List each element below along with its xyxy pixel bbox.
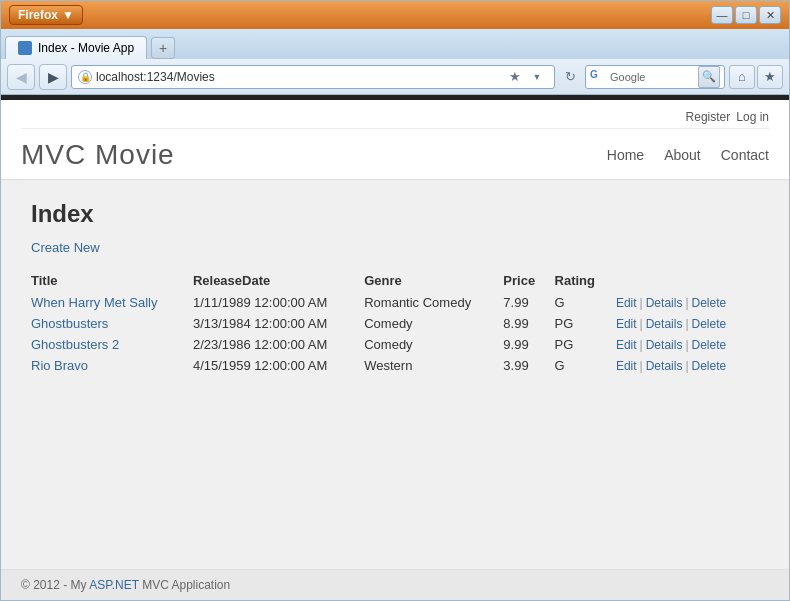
site-title: MVC Movie xyxy=(21,139,175,171)
firefox-label: Firefox xyxy=(18,8,58,22)
details-link-0[interactable]: Details xyxy=(646,296,683,310)
cell-actions-1: Edit | Details | Delete xyxy=(616,313,759,334)
register-link[interactable]: Register xyxy=(686,110,731,124)
movie-title-link-3[interactable]: Rio Bravo xyxy=(31,358,88,373)
home-button[interactable]: ⌂ xyxy=(729,65,755,89)
delete-link-1[interactable]: Delete xyxy=(692,317,727,331)
sep1-2: | xyxy=(640,338,643,352)
login-link[interactable]: Log in xyxy=(736,110,769,124)
search-go-button[interactable]: 🔍 xyxy=(698,66,720,88)
address-text: localhost:1234/Movies xyxy=(96,70,504,84)
table-row: Ghostbusters3/13/1984 12:00:00 AMComedy8… xyxy=(31,313,759,334)
tab-title: Index - Movie App xyxy=(38,41,134,55)
movies-table: Title ReleaseDate Genre Price Rating Whe… xyxy=(31,269,759,376)
cell-release-3: 4/15/1959 12:00:00 AM xyxy=(193,355,364,376)
browser-frame: Firefox ▼ — □ ✕ Index - Movie App + ◀ ▶ … xyxy=(0,0,790,601)
firefox-menu-button[interactable]: Firefox ▼ xyxy=(9,5,83,25)
col-header-rating: Rating xyxy=(555,269,616,292)
header-top-bar: Register Log in xyxy=(21,110,769,129)
cell-genre-2: Comedy xyxy=(364,334,503,355)
sep2-0: | xyxy=(685,296,688,310)
cell-title-3: Rio Bravo xyxy=(31,355,193,376)
edit-link-1[interactable]: Edit xyxy=(616,317,637,331)
footer-text-2: MVC Application xyxy=(139,578,230,592)
window-controls: — □ ✕ xyxy=(711,6,781,24)
nav-about[interactable]: About xyxy=(664,147,701,163)
details-link-1[interactable]: Details xyxy=(646,317,683,331)
cell-rating-2: PG xyxy=(555,334,616,355)
movie-title-link-0[interactable]: When Harry Met Sally xyxy=(31,295,157,310)
minimize-button[interactable]: — xyxy=(711,6,733,24)
delete-link-2[interactable]: Delete xyxy=(692,338,727,352)
footer-text-1: © 2012 - My xyxy=(21,578,89,592)
site-header: Register Log in MVC Movie Home About Con… xyxy=(1,100,789,180)
col-header-actions xyxy=(616,269,759,292)
search-input[interactable]: Google xyxy=(610,71,698,83)
maximize-button[interactable]: □ xyxy=(735,6,757,24)
create-new-link[interactable]: Create New xyxy=(31,240,100,255)
table-row: Rio Bravo4/15/1959 12:00:00 AMWestern3.9… xyxy=(31,355,759,376)
delete-link-3[interactable]: Delete xyxy=(692,359,727,373)
sep1-3: | xyxy=(640,359,643,373)
col-header-price: Price xyxy=(503,269,554,292)
close-button[interactable]: ✕ xyxy=(759,6,781,24)
nav-home[interactable]: Home xyxy=(607,147,644,163)
sep2-3: | xyxy=(685,359,688,373)
active-tab[interactable]: Index - Movie App xyxy=(5,36,147,59)
cell-title-1: Ghostbusters xyxy=(31,313,193,334)
navigation-bar: ◀ ▶ 🔒 localhost:1234/Movies ★ ▼ ↻ G Goog… xyxy=(1,59,789,95)
refresh-button[interactable]: ↻ xyxy=(559,66,581,88)
address-icon: 🔒 xyxy=(78,70,92,84)
cell-price-1: 8.99 xyxy=(503,313,554,334)
bookmark-star-icon[interactable]: ★ xyxy=(504,66,526,88)
movie-title-link-1[interactable]: Ghostbusters xyxy=(31,316,108,331)
cell-price-2: 9.99 xyxy=(503,334,554,355)
table-header-row: Title ReleaseDate Genre Price Rating xyxy=(31,269,759,292)
google-search-icon: G xyxy=(590,69,610,85)
main-area: Index Create New Title ReleaseDate Genre… xyxy=(1,180,789,569)
edit-link-3[interactable]: Edit xyxy=(616,359,637,373)
nav-contact[interactable]: Contact xyxy=(721,147,769,163)
edit-link-2[interactable]: Edit xyxy=(616,338,637,352)
sep2-1: | xyxy=(685,317,688,331)
cell-genre-3: Western xyxy=(364,355,503,376)
cell-rating-3: G xyxy=(555,355,616,376)
cell-actions-3: Edit | Details | Delete xyxy=(616,355,759,376)
cell-rating-1: PG xyxy=(555,313,616,334)
sep1-1: | xyxy=(640,317,643,331)
toolbar-extra: ⌂ ★ xyxy=(729,65,783,89)
cell-title-2: Ghostbusters 2 xyxy=(31,334,193,355)
cell-price-3: 3.99 xyxy=(503,355,554,376)
col-header-genre: Genre xyxy=(364,269,503,292)
edit-link-0[interactable]: Edit xyxy=(616,296,637,310)
cell-release-0: 1/11/1989 12:00:00 AM xyxy=(193,292,364,313)
sep1-0: | xyxy=(640,296,643,310)
delete-link-0[interactable]: Delete xyxy=(692,296,727,310)
page-content: Register Log in MVC Movie Home About Con… xyxy=(1,100,789,600)
address-bar[interactable]: 🔒 localhost:1234/Movies ★ ▼ xyxy=(71,65,555,89)
back-button[interactable]: ◀ xyxy=(7,64,35,90)
dropdown-arrow-icon: ▼ xyxy=(62,8,74,22)
table-row: When Harry Met Sally1/11/1989 12:00:00 A… xyxy=(31,292,759,313)
cell-price-0: 7.99 xyxy=(503,292,554,313)
cell-genre-1: Comedy xyxy=(364,313,503,334)
details-link-3[interactable]: Details xyxy=(646,359,683,373)
cell-genre-0: Romantic Comedy xyxy=(364,292,503,313)
header-main: MVC Movie Home About Contact xyxy=(21,133,769,179)
aspnet-link[interactable]: ASP.NET xyxy=(89,578,139,592)
bookmark-dropdown-icon[interactable]: ▼ xyxy=(526,66,548,88)
site-footer: © 2012 - My ASP.NET MVC Application xyxy=(1,569,789,600)
cell-rating-0: G xyxy=(555,292,616,313)
table-row: Ghostbusters 22/23/1986 12:00:00 AMComed… xyxy=(31,334,759,355)
search-bar[interactable]: G Google 🔍 xyxy=(585,65,725,89)
forward-button[interactable]: ▶ xyxy=(39,64,67,90)
movie-title-link-2[interactable]: Ghostbusters 2 xyxy=(31,337,119,352)
bookmarks-button[interactable]: ★ xyxy=(757,65,783,89)
col-header-title: Title xyxy=(31,269,193,292)
cell-release-2: 2/23/1986 12:00:00 AM xyxy=(193,334,364,355)
new-tab-button[interactable]: + xyxy=(151,37,175,59)
title-bar: Firefox ▼ — □ ✕ xyxy=(1,1,789,29)
site-navigation: Home About Contact xyxy=(607,147,769,163)
tab-favicon xyxy=(18,41,32,55)
details-link-2[interactable]: Details xyxy=(646,338,683,352)
